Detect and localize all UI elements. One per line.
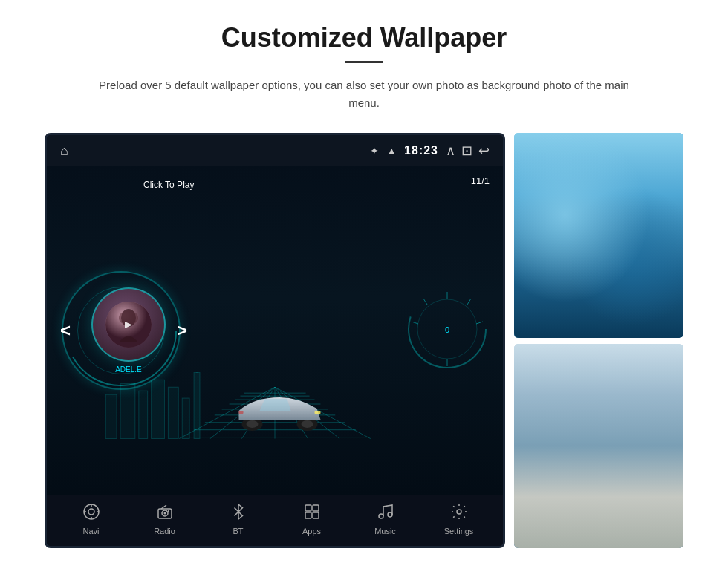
svg-point-53 xyxy=(163,512,166,515)
svg-point-60 xyxy=(388,512,392,517)
svg-rect-4 xyxy=(168,387,178,438)
svg-rect-5 xyxy=(182,398,189,438)
ice-svg xyxy=(514,133,683,338)
svg-point-31 xyxy=(247,420,259,428)
content-row: ⌂ ✦ ▲ 18:23 ∧ ⊡ ↩ xyxy=(45,133,683,548)
svg-rect-78 xyxy=(660,400,665,495)
svg-point-46 xyxy=(88,509,94,515)
navi-label: Navi xyxy=(82,527,99,536)
nav-item-apps[interactable]: Apps xyxy=(275,503,348,536)
bluetooth-icon: ✦ xyxy=(370,145,379,157)
album-ring[interactable] xyxy=(91,287,166,362)
svg-rect-72 xyxy=(529,396,543,499)
svg-rect-89 xyxy=(514,344,683,403)
svg-rect-57 xyxy=(305,512,311,518)
svg-point-67 xyxy=(514,367,683,484)
expand-icon[interactable]: ∧ xyxy=(446,143,455,159)
date-display: 11/1 xyxy=(471,175,490,186)
wallpaper-grid xyxy=(514,133,683,548)
status-time: 18:23 xyxy=(404,144,438,157)
bt-label: BT xyxy=(233,527,243,536)
svg-rect-58 xyxy=(313,512,319,518)
car-svg xyxy=(232,390,328,431)
click-to-play-label: Click To Play xyxy=(143,180,194,190)
apps-label: Apps xyxy=(302,527,321,536)
nav-item-settings[interactable]: Settings xyxy=(422,503,495,536)
home-icon: ⌂ xyxy=(60,143,68,159)
svg-rect-81 xyxy=(649,443,668,447)
speed-ring-svg: 0 xyxy=(406,288,488,370)
svg-rect-3 xyxy=(152,380,165,438)
bt-icon xyxy=(230,503,247,524)
svg-point-68 xyxy=(514,390,663,484)
navi-icon xyxy=(82,503,100,524)
svg-rect-79 xyxy=(649,408,668,412)
artist-name: ADEL.E xyxy=(91,365,166,374)
svg-line-42 xyxy=(423,299,427,305)
music-icon xyxy=(377,503,394,524)
page-subtitle: Preload over 5 default wallpaper options… xyxy=(97,77,631,112)
svg-rect-34 xyxy=(315,411,321,414)
svg-rect-55 xyxy=(305,505,311,511)
title-divider xyxy=(345,61,383,63)
svg-line-43 xyxy=(412,322,418,324)
radio-label: Radio xyxy=(154,527,175,536)
svg-rect-56 xyxy=(313,505,319,511)
svg-rect-35 xyxy=(239,411,244,414)
svg-line-39 xyxy=(467,299,471,305)
apps-icon xyxy=(303,503,321,524)
svg-line-40 xyxy=(476,322,483,324)
svg-text:0: 0 xyxy=(445,325,449,334)
svg-point-28 xyxy=(119,310,138,325)
svg-rect-6 xyxy=(194,372,200,438)
svg-line-71 xyxy=(514,516,683,518)
svg-rect-88 xyxy=(514,492,683,498)
svg-rect-0 xyxy=(105,394,117,438)
svg-rect-77 xyxy=(651,396,666,499)
signal-icon: ▲ xyxy=(386,145,397,157)
svg-line-63 xyxy=(514,238,534,261)
svg-rect-2 xyxy=(139,391,148,438)
svg-rect-69 xyxy=(514,495,683,548)
nav-icons: ∧ ⊡ ↩ xyxy=(446,143,490,159)
bridge-svg xyxy=(514,344,683,549)
svg-point-59 xyxy=(379,514,383,518)
car-screen: ⌂ ✦ ▲ 18:23 ∧ ⊡ ↩ xyxy=(45,133,505,548)
settings-icon xyxy=(450,503,468,524)
svg-rect-1 xyxy=(120,383,135,438)
nav-item-music[interactable]: Music xyxy=(348,503,422,536)
status-right: ✦ ▲ 18:23 ∧ ⊡ ↩ xyxy=(370,143,490,159)
status-bar: ⌂ ✦ ▲ 18:23 ∧ ⊡ ↩ xyxy=(47,135,503,166)
wallpaper-thumb-ice[interactable] xyxy=(514,133,683,338)
svg-rect-73 xyxy=(538,400,542,495)
album-art-container: ADEL.E xyxy=(91,287,166,374)
svg-line-64 xyxy=(523,261,535,290)
svg-rect-80 xyxy=(649,426,668,430)
back-icon[interactable]: ↩ xyxy=(478,143,490,159)
svg-rect-62 xyxy=(514,133,683,338)
svg-rect-75 xyxy=(526,426,545,430)
radio-icon xyxy=(156,503,174,524)
car-main: Click To Play xyxy=(47,166,503,495)
svg-rect-54 xyxy=(168,510,169,512)
status-left: ⌂ xyxy=(60,143,68,159)
svg-point-61 xyxy=(457,510,461,514)
nav-item-bt[interactable]: BT xyxy=(201,503,275,536)
page-container: Customized Wallpaper Preload over 5 defa… xyxy=(0,0,728,563)
wallpaper-thumb-bridge[interactable] xyxy=(514,344,683,549)
nav-item-navi[interactable]: Navi xyxy=(54,503,128,536)
svg-rect-66 xyxy=(514,344,683,549)
bottom-nav: Navi Radio BT xyxy=(47,495,503,546)
prev-button[interactable]: < xyxy=(60,320,71,341)
portrait-svg xyxy=(105,302,152,348)
svg-point-33 xyxy=(302,420,313,428)
page-title: Customized Wallpaper xyxy=(221,22,507,53)
speed-display: 0 xyxy=(406,288,488,373)
svg-line-70 xyxy=(514,505,683,507)
next-button[interactable]: > xyxy=(177,320,187,341)
car-image xyxy=(232,390,328,434)
album-art xyxy=(105,302,152,348)
nav-item-radio[interactable]: Radio xyxy=(128,503,201,536)
music-label: Music xyxy=(374,527,396,536)
window-icon[interactable]: ⊡ xyxy=(461,143,472,159)
